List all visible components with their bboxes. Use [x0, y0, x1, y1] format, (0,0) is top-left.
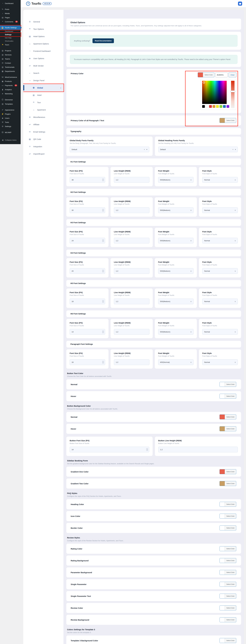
- select-color-button[interactable]: Select Color: [219, 606, 236, 610]
- nav-item-import-export[interactable]: ⇄Import/Export: [23, 150, 63, 158]
- slider-handle[interactable]: [230, 90, 235, 92]
- nav-item-email-settings[interactable]: ✉Email Settings: [23, 128, 63, 136]
- sidebar-item-tourfic-settings[interactable]: Tourfic Settings: [0, 26, 21, 30]
- palette-swatch[interactable]: [223, 105, 226, 108]
- select-color-button[interactable]: Select Color: [219, 617, 236, 622]
- line-height-input[interactable]: [114, 238, 149, 244]
- font-weight-select[interactable]: 400(Normal)∨: [158, 359, 194, 365]
- font-weight-select[interactable]: 500(Medium)∨: [158, 268, 194, 274]
- button-font-size-input[interactable]: [70, 447, 149, 452]
- font-style-select[interactable]: Normal∨: [202, 298, 238, 304]
- palette-swatch[interactable]: [213, 105, 215, 108]
- sidebar-item-marketing[interactable]: ➤Marketing: [0, 92, 21, 96]
- palette-swatch[interactable]: [216, 105, 219, 108]
- font-size-input[interactable]: [70, 268, 105, 274]
- hex-color-input[interactable]: [215, 72, 227, 77]
- select-color-button[interactable]: Select Color: [219, 414, 236, 419]
- select-color-button[interactable]: Select Color: [219, 546, 236, 551]
- palette-swatch[interactable]: [209, 105, 212, 108]
- select-color-button[interactable]: Select Color: [219, 594, 236, 598]
- sidebar-item-analytics[interactable]: ▮Analytics: [0, 88, 21, 92]
- line-height-input[interactable]: [114, 207, 149, 213]
- sidebar-item-media[interactable]: ♪Media: [0, 11, 21, 16]
- nav-item-design-panel[interactable]: ◑Design Panel: [23, 77, 63, 84]
- sidebar-item-teams[interactable]: ▥Teams: [0, 57, 21, 61]
- font-size-input[interactable]: [70, 177, 105, 183]
- support-chat-button[interactable]: [238, 2, 242, 6]
- font-weight-select[interactable]: 500(Medium)∨: [158, 329, 194, 334]
- line-height-input[interactable]: [114, 359, 149, 365]
- sidebar-item-tools[interactable]: ⚒Tools: [0, 120, 21, 124]
- submenu-item-get-help[interactable]: Get Help: [0, 36, 21, 40]
- nav-item-apartment-options[interactable]: ⌂Apartment Options: [23, 40, 63, 48]
- select-color-button[interactable]: Select Color: [219, 514, 236, 518]
- line-height-input[interactable]: [114, 298, 149, 304]
- number-stepper[interactable]: ▴▾: [102, 300, 104, 303]
- sidebar-item-testimonials[interactable]: ▥Testimonials: [0, 65, 21, 69]
- nav-item-frontend-dashboard[interactable]: ◔Frontend Dashboard: [23, 48, 63, 55]
- collapse-menu-button[interactable]: ◀Collapse menu: [0, 138, 21, 142]
- clear-color-button[interactable]: Clear: [228, 72, 236, 77]
- sidebar-item-posts[interactable]: ✎Posts: [0, 7, 21, 11]
- sidebar-item-appearance[interactable]: ✐Appearance: [0, 108, 21, 112]
- nav-item-hotel[interactable]: ▦Hotel: [23, 92, 63, 99]
- font-weight-select[interactable]: 500(Medium)∨: [158, 177, 194, 183]
- sidebar-item-contact[interactable]: ✉Contact: [0, 61, 21, 65]
- select-color-button[interactable]: Select Color: [219, 638, 236, 643]
- body-font-family-select[interactable]: Default ×▾: [70, 146, 149, 152]
- font-size-input[interactable]: [70, 207, 105, 213]
- font-weight-select[interactable]: 500(Medium)∨: [158, 298, 194, 304]
- submenu-item-dashboard[interactable]: Dashboard: [0, 30, 21, 33]
- button-line-height-input[interactable]: [158, 447, 238, 452]
- nav-item-integration[interactable]: ✛Integration: [23, 143, 63, 150]
- select-color-button[interactable]: Select Color: [219, 570, 236, 575]
- font-size-input[interactable]: [70, 238, 105, 244]
- line-height-input[interactable]: [114, 177, 149, 183]
- nav-item-search[interactable]: ⌕Search: [23, 70, 63, 77]
- font-style-select[interactable]: Normal∨: [202, 359, 238, 365]
- font-style-select[interactable]: Normal∨: [202, 268, 238, 274]
- sidebar-item-mc4wp[interactable]: ⓂMC4WP: [0, 130, 21, 134]
- nav-item-general[interactable]: ⚙General: [23, 18, 63, 25]
- picker-handle[interactable]: [203, 82, 205, 84]
- select-color-button[interactable]: Select Color: [219, 469, 236, 474]
- number-stepper[interactable]: ▴▾: [102, 178, 104, 181]
- submenu-item-settings[interactable]: Settings: [0, 33, 21, 36]
- nav-item-hotel-options[interactable]: ▦Hotel Options: [23, 33, 63, 40]
- nav-item-tour-options[interactable]: ☂Tour Options: [23, 25, 63, 33]
- number-stepper[interactable]: ▴▾: [102, 270, 104, 272]
- nav-item-global[interactable]: ⚙Global›: [23, 84, 63, 92]
- select-color-button[interactable]: Select Color: [219, 394, 236, 399]
- shade-slider[interactable]: [231, 81, 234, 108]
- select-color-button[interactable]: Select Color: [219, 481, 236, 486]
- sidebar-item-dashboard[interactable]: ◔Dashboard: [0, 1, 21, 6]
- sidebar-item-departments[interactable]: ▦Departments: [0, 69, 21, 73]
- palette-swatch[interactable]: [219, 105, 222, 108]
- font-size-input[interactable]: [70, 329, 105, 334]
- sidebar-item-plugins[interactable]: ⚡Plugins: [0, 112, 21, 116]
- number-stepper[interactable]: ▴▾: [146, 448, 148, 451]
- sidebar-item-payments[interactable]: ▭Payments1: [0, 83, 21, 88]
- line-height-input[interactable]: [114, 329, 149, 334]
- font-style-select[interactable]: Normal∨: [202, 238, 238, 244]
- number-stepper[interactable]: ▴▾: [102, 209, 104, 212]
- nav-item-miscellaneous[interactable]: ⊕Miscellaneous: [23, 114, 63, 121]
- palette-swatch[interactable]: [206, 105, 208, 108]
- font-style-select[interactable]: Normal∨: [202, 177, 238, 183]
- font-weight-select[interactable]: 500(Medium)∨: [158, 207, 194, 213]
- clear-icon[interactable]: ×: [232, 148, 233, 150]
- font-weight-select[interactable]: 500(Medium)∨: [158, 238, 194, 244]
- sidebar-item-elementor[interactable]: ⒺElementor: [0, 98, 21, 102]
- sidebar-item-projects[interactable]: ▥Projects: [0, 48, 21, 53]
- sidebar-item-templates[interactable]: ▥Templates: [0, 102, 21, 106]
- sidebar-item-products[interactable]: ▣Products: [0, 79, 21, 83]
- font-style-select[interactable]: Normal∨: [202, 207, 238, 213]
- select-color-button[interactable]: Select Color: [219, 502, 236, 507]
- heading-font-family-select[interactable]: Default ×▾: [158, 146, 238, 152]
- sidebar-item-tours[interactable]: ⚑Tours: [0, 43, 21, 47]
- line-height-input[interactable]: [114, 268, 149, 274]
- read-documentation-button[interactable]: Read Documentation: [92, 38, 114, 43]
- hue-saturation-square[interactable]: [202, 81, 227, 104]
- clear-icon[interactable]: ×: [144, 148, 145, 150]
- select-color-button[interactable]: Select Color: [219, 582, 236, 587]
